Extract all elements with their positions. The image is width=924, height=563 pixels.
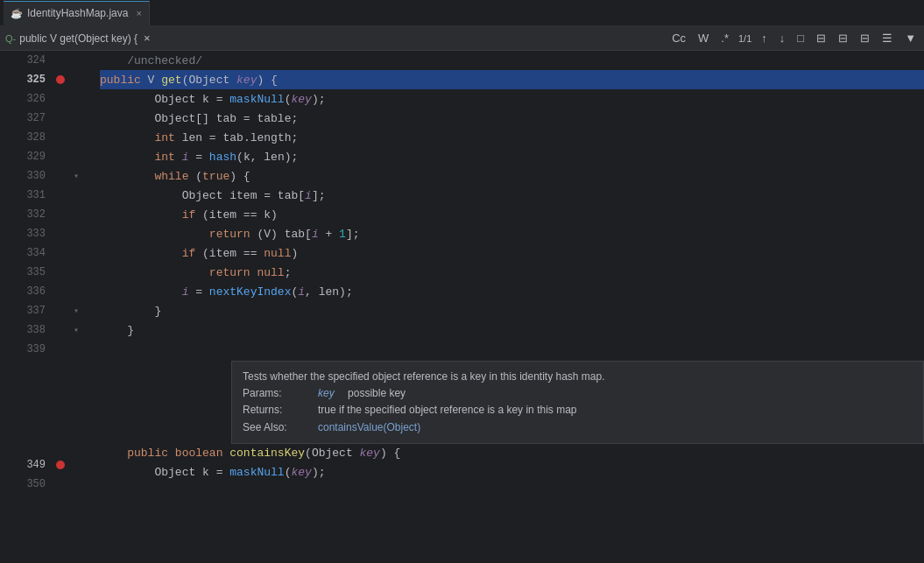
occurrence-count: 1/1 [738, 33, 751, 44]
tooltip-params-key: key [318, 385, 335, 402]
gutter-row-339: 339 [0, 340, 96, 359]
fold-area-337[interactable]: ▾ [68, 306, 84, 316]
line-num-328: 328 [0, 131, 53, 144]
code-line-325: public V get(Object key) { [100, 70, 924, 89]
code-line-326: Object k = maskNull(key); [100, 89, 924, 109]
code-line-350: Object k = maskNull(key); [100, 463, 924, 482]
code-line-334: if (item == null) [100, 243, 924, 263]
tooltip-see-also-label: See Also: [243, 419, 313, 436]
breakpoint-area-349[interactable] [53, 461, 68, 469]
tooltip-params-label: Params: [243, 385, 313, 402]
toolbar-right: Cc W .* 1/1 ↑ ↓ □ ⊟ ⊟ ⊟ ☰ ▼ [669, 31, 919, 46]
gutter-tooltip-spacer [0, 359, 96, 378]
filter-toggle-button[interactable]: ▼ [902, 31, 919, 46]
javadoc-tooltip: Tests whether the specified object refer… [231, 361, 924, 444]
gutter-row-336: 336 [0, 282, 96, 301]
gutter-tooltip-spacer4 [0, 417, 96, 436]
fold-area-338[interactable]: ▾ [68, 325, 84, 335]
tooltip-params-line: Params: key possible key [243, 385, 913, 402]
line-num-331: 331 [0, 189, 53, 201]
line-num-335: 335 [0, 266, 53, 278]
file-tab[interactable]: ☕ IdentityHashMap.java × [4, 1, 150, 25]
comment-324: /unchecked/ [100, 54, 202, 67]
filter-button3[interactable]: ⊟ [857, 31, 872, 46]
line-num-337: 337 [0, 305, 53, 317]
filter-button1[interactable]: ⊟ [814, 31, 829, 46]
fold-icon-330[interactable]: ▾ [74, 171, 79, 181]
gutter-row-326: 326 [0, 89, 96, 109]
line-num-334: 334 [0, 247, 53, 259]
tooltip-returns-value: true if the specified object reference i… [318, 402, 576, 419]
tab-close-button[interactable]: × [136, 8, 141, 18]
wrap-button[interactable]: □ [794, 31, 807, 46]
line-number-gutter: 324 325 326 327 328 32 [0, 51, 96, 563]
code-line-338: } [100, 320, 924, 340]
gutter-row-335: 335 [0, 263, 96, 282]
line-num-339: 339 [0, 343, 53, 355]
gutter-row-334: 334 [0, 243, 96, 263]
tooltip-params-dash [340, 385, 342, 402]
gutter-row-349: 349 [0, 455, 96, 475]
list-view-button[interactable]: ☰ [879, 31, 895, 46]
gutter-row-338: 338 ▾ [0, 320, 96, 340]
gutter-tooltip-spacer5 [0, 436, 96, 455]
tooltip-params-desc: possible key [348, 385, 406, 402]
line-num-336: 336 [0, 285, 53, 298]
line-num-327: 327 [0, 112, 53, 124]
line-num-349: 349 [0, 459, 53, 471]
line-num-330: 330 [0, 170, 53, 182]
whole-word-button[interactable]: W [695, 31, 711, 46]
prev-occurrence-button[interactable]: ↑ [758, 31, 770, 46]
breakpoint-area-325[interactable] [53, 75, 68, 84]
fold-icon-338[interactable]: ▾ [74, 325, 79, 335]
code-line-331: Object item = tab[i]; [100, 186, 924, 205]
gutter-row-332: 332 [0, 205, 96, 224]
code-line-335: return null; [100, 263, 924, 282]
java-file-icon: ☕ [11, 8, 23, 19]
tooltip-desc-line: Tests whether the specified object refer… [243, 369, 913, 385]
tooltip-see-also-line: See Also: containsValue(Object) [243, 419, 913, 436]
breadcrumb: public V get(Object key) { [19, 32, 138, 45]
line-num-332: 332 [0, 208, 53, 221]
line-num-329: 329 [0, 151, 53, 163]
gutter-row-337: 337 ▾ [0, 301, 96, 320]
breakpoint-indicator-325 [56, 75, 65, 84]
tooltip-description: Tests whether the specified object refer… [243, 369, 605, 385]
fold-icon-337[interactable]: ▾ [74, 306, 79, 316]
tooltip-see-also-link[interactable]: containsValue(Object) [318, 419, 420, 436]
code-line-324: /unchecked/ [100, 51, 924, 70]
breadcrumb-bar: Q- public V get(Object key) { × Cc W .* … [0, 26, 924, 51]
case-sensitive-button[interactable]: Cc [669, 31, 688, 46]
code-line-330: while (true) { [100, 166, 924, 186]
tooltip-returns-line: Returns: true if the specified object re… [243, 402, 913, 419]
search-class-icon: Q- [5, 33, 16, 44]
gutter-tooltip-spacer2 [0, 378, 96, 398]
regex-button[interactable]: .* [718, 31, 731, 46]
code-line-328: int len = tab.length; [100, 128, 924, 147]
gutter-row-327: 327 [0, 109, 96, 128]
filter-button2[interactable]: ⊟ [836, 31, 850, 46]
gutter-tooltip-spacer3 [0, 398, 96, 417]
gutter-row-333: 333 [0, 224, 96, 243]
gutter-row-328: 328 [0, 128, 96, 147]
tab-bar: ☕ IdentityHashMap.java × [0, 0, 924, 26]
code-line-333: return (V) tab[i + 1]; [100, 224, 924, 243]
code-editor[interactable]: /unchecked/ public V get(Object key) { O… [96, 51, 924, 563]
code-line-329: int i = hash(k, len); [100, 147, 924, 166]
code-line-327: Object[] tab = table; [100, 109, 924, 128]
breadcrumb-method: public V get(Object key) { [19, 32, 138, 45]
breakpoint-indicator-349 [56, 461, 65, 469]
fold-area-330[interactable]: ▾ [68, 171, 84, 181]
gutter-row-331: 331 [0, 186, 96, 205]
code-line-336: i = nextKeyIndex(i, len); [100, 282, 924, 301]
code-line-339 [100, 340, 924, 359]
tab-label: IdentityHashMap.java [27, 7, 128, 19]
line-num-333: 333 [0, 228, 53, 240]
gutter-row-329: 329 [0, 147, 96, 166]
next-occurrence-button[interactable]: ↓ [777, 31, 788, 46]
breadcrumb-close-button[interactable]: × [141, 31, 153, 46]
code-line-337: } [100, 301, 924, 320]
code-line-332: if (item == k) [100, 205, 924, 224]
code-line-349: public boolean containsKey(Object key) { [100, 444, 924, 463]
gutter-row-324: 324 [0, 51, 96, 70]
